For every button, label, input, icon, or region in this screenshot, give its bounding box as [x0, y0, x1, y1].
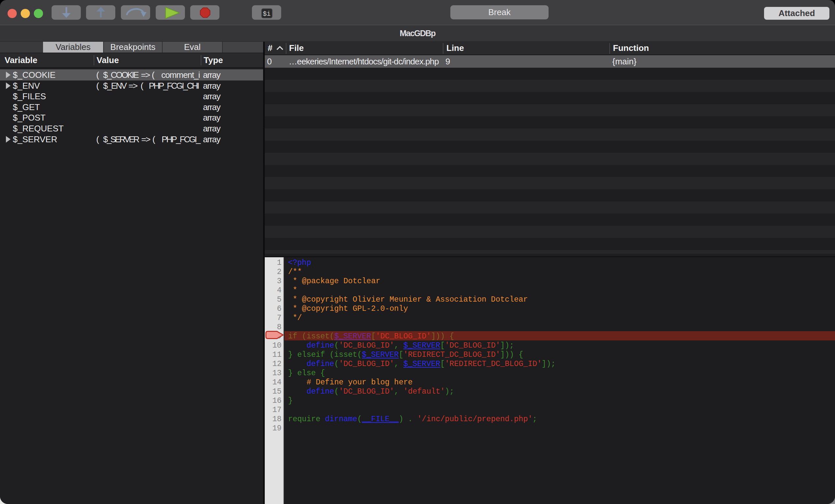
svg-text:$i: $i	[263, 10, 271, 18]
